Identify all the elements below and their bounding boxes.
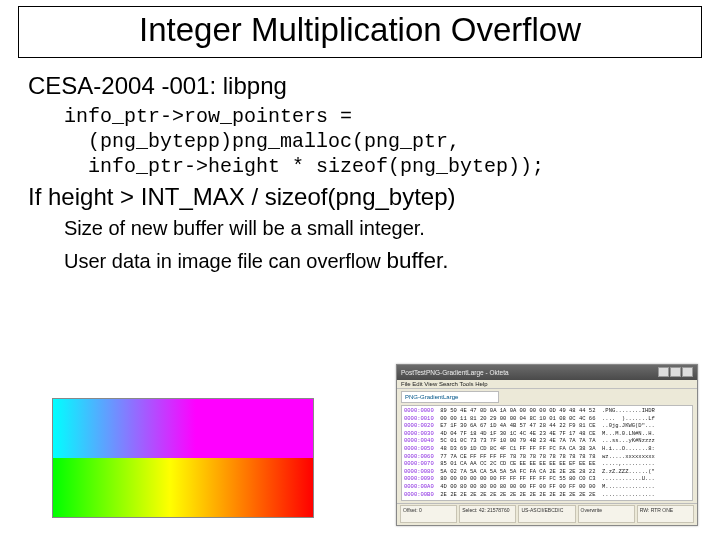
status-selection: Select: 42: 21578760	[459, 505, 516, 523]
gradient-image	[52, 398, 314, 518]
hex-menubar[interactable]: File Edit View Search Tools Help	[397, 380, 697, 389]
consequence-1: Size of new buffer will be a small integ…	[64, 217, 692, 240]
gradient-bottom	[53, 458, 313, 517]
gradient-top	[53, 399, 313, 458]
hex-tab[interactable]: PNG-GradientLarge	[401, 391, 499, 403]
maximize-icon[interactable]	[670, 367, 681, 377]
code-block: info_ptr->row_pointers = (png_bytepp)png…	[64, 104, 692, 179]
condition-line: If height > INT_MAX / sizeof(png_bytep)	[28, 183, 692, 211]
hex-dump-area[interactable]: 0000:0000 89 50 4E 47 0D 0A 1A 0A 00 00 …	[401, 405, 693, 501]
window-buttons[interactable]	[657, 367, 693, 378]
hex-editor-window: PostTestPNG-GradientLarge - Okteta File …	[396, 364, 698, 526]
status-offset: Offset: 0	[400, 505, 457, 523]
close-icon[interactable]	[682, 367, 693, 377]
consequence-2a: User data in image file can overflow	[64, 250, 386, 272]
minimize-icon[interactable]	[658, 367, 669, 377]
status-rw: RW: RTR ONE	[637, 505, 694, 523]
title-text: Integer Multiplication Overflow	[139, 11, 581, 48]
advisory-heading: CESA-2004 -001: libpng	[28, 72, 692, 100]
hex-titlebar: PostTestPNG-GradientLarge - Okteta	[397, 365, 697, 380]
hex-statusbar: Offset: 0 Select: 42: 21578760 US-ASCII/…	[397, 503, 697, 524]
consequence-2b: buffer.	[386, 248, 448, 273]
slide-body: CESA-2004 -001: libpng info_ptr->row_poi…	[0, 58, 720, 274]
status-encoding: US-ASCII/EBCDIC	[518, 505, 575, 523]
status-mode: Overwrite	[578, 505, 635, 523]
slide-title: Integer Multiplication Overflow	[18, 6, 702, 58]
consequence-2: User data in image file can overflow buf…	[64, 248, 692, 274]
hex-window-title: PostTestPNG-GradientLarge - Okteta	[401, 369, 509, 376]
